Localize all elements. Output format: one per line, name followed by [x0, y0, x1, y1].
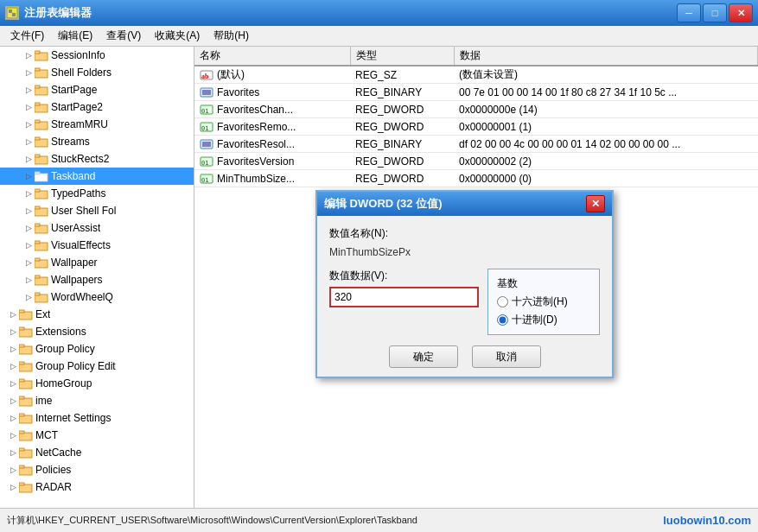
svg-rect-22 [35, 206, 40, 209]
col-data: 数据 [454, 47, 758, 66]
tree-item[interactable]: ▷ StuckRects2 [0, 150, 194, 168]
cell-data: 0x00000000 (0) [454, 170, 758, 187]
svg-rect-46 [19, 414, 24, 416]
tree-item[interactable]: ▷ UserAssist [0, 219, 194, 237]
expand-arrow-icon: ▷ [22, 206, 35, 215]
tree-item[interactable]: ▷ Ext [0, 306, 194, 323]
table-row[interactable]: FavoritesResol... REG_BINARY df 02 00 00… [194, 136, 758, 153]
base-group: 基数 十六进制(H) 十进制(D) [487, 269, 600, 335]
cell-type: REG_DWORD [350, 118, 454, 136]
tree-item-label: HomeGroup [35, 377, 92, 390]
cell-type: REG_SZ [350, 66, 454, 84]
table-row[interactable]: ab (默认) REG_SZ (数值未设置) [194, 66, 758, 84]
folder-icon [19, 429, 33, 441]
tree-item[interactable]: ▷ Wallpaper [0, 254, 194, 271]
svg-rect-30 [35, 276, 40, 278]
folder-icon [35, 136, 48, 148]
tree-item[interactable]: ▷ ime [0, 392, 194, 409]
close-button[interactable]: ✕ [729, 3, 753, 22]
svg-rect-52 [19, 466, 24, 468]
table-row[interactable]: Favorites REG_BINARY 00 7e 01 00 00 14 0… [194, 84, 758, 101]
expand-arrow-icon: ▷ [22, 51, 35, 60]
tree-item[interactable]: ▷ HomeGroup [0, 375, 194, 392]
folder-icon [19, 308, 33, 320]
tree-item-label: StuckRects2 [51, 153, 109, 165]
svg-rect-38 [19, 345, 24, 347]
tree-item-label: StartPage2 [51, 101, 103, 113]
menu-edit[interactable]: 编辑(E) [51, 27, 99, 45]
expand-arrow-icon: ▷ [7, 310, 19, 319]
folder-icon [35, 101, 48, 113]
cancel-button[interactable]: 取消 [472, 345, 541, 368]
expand-arrow-icon: ▷ [22, 189, 35, 198]
tree-item[interactable]: ▷ StreamMRU [0, 116, 194, 133]
maximize-button[interactable]: □ [703, 3, 727, 22]
table-row[interactable]: 01 FavoritesVersion REG_DWORD 0x00000002… [194, 153, 758, 170]
tree-item[interactable]: ▷ User Shell Fol [0, 202, 194, 219]
svg-rect-14 [35, 137, 40, 140]
menu-favorites[interactable]: 收藏夹(A) [148, 27, 207, 45]
tree-item[interactable]: ▷ Extensions [0, 323, 194, 340]
cell-name: Favorites [194, 84, 350, 101]
svg-text:01: 01 [201, 160, 208, 167]
tree-item[interactable]: ▷ Group Policy Edit [0, 358, 194, 375]
tree-item[interactable]: ▷ Group Policy [0, 340, 194, 358]
cell-data: 00 7e 01 00 00 14 00 1f 80 c8 27 34 1f 1… [454, 84, 758, 101]
dec-label: 十进制(D) [512, 313, 557, 327]
tree-item[interactable]: ▷ TypedPaths [0, 185, 194, 202]
app-icon [5, 6, 19, 20]
name-text: FavoritesRemo... [217, 121, 296, 133]
dialog-close-button[interactable]: ✕ [586, 195, 605, 212]
hex-radio[interactable] [497, 296, 508, 307]
tree-item[interactable]: ▷ RADAR [0, 478, 194, 496]
menu-view[interactable]: 查看(V) [99, 27, 148, 45]
name-text: (默认) [217, 67, 245, 82]
tree-item[interactable]: ▷ SessionInfo [0, 47, 194, 64]
folder-icon [19, 360, 33, 372]
menu-file[interactable]: 文件(F) [3, 27, 51, 45]
tree-item[interactable]: ▷ Policies [0, 461, 194, 478]
cell-data: 0x0000000e (14) [454, 101, 758, 118]
table-row[interactable]: 01 MinThumbSize... REG_DWORD 0x00000000 … [194, 170, 758, 187]
svg-rect-42 [19, 379, 24, 382]
svg-rect-34 [19, 310, 24, 313]
cell-data: df 02 00 00 4c 00 00 00 01 14 02 00 00 0… [454, 136, 758, 153]
folder-icon [35, 205, 48, 217]
table-row[interactable]: 01 FavoritesRemo... REG_DWORD 0x00000001… [194, 118, 758, 136]
expand-arrow-icon: ▷ [22, 293, 35, 301]
ok-button[interactable]: 确定 [389, 345, 458, 368]
tree-item[interactable]: ▷ WordWheelQ [0, 288, 194, 306]
tree-item-label: Shell Folders [51, 66, 111, 79]
tree-item[interactable]: ▷ StartPage2 [0, 98, 194, 116]
folder-icon [35, 84, 48, 96]
dec-radio[interactable] [497, 314, 508, 326]
table-row[interactable]: 01 FavoritesChan... REG_DWORD 0x0000000e… [194, 101, 758, 118]
tree-item[interactable]: ▷ Taskband [0, 168, 194, 185]
cell-type: REG_DWORD [350, 101, 454, 118]
tree-item[interactable]: ▷ VisualEffects [0, 237, 194, 254]
hex-label: 十六进制(H) [512, 294, 568, 309]
data-input[interactable] [329, 287, 479, 307]
dialog-left: 数值数据(V): [329, 269, 479, 307]
folder-icon [19, 464, 33, 476]
minimize-button[interactable]: ─ [677, 3, 701, 22]
svg-rect-32 [35, 293, 40, 295]
svg-rect-4 [35, 51, 40, 54]
expand-arrow-icon: ▷ [7, 345, 19, 353]
name-text: FavoritesVersion [217, 155, 294, 168]
tree-item[interactable]: ▷ Shell Folders [0, 64, 194, 81]
tree-item[interactable]: ▷ Wallpapers [0, 271, 194, 288]
tree-item[interactable]: ▷ MCT [0, 427, 194, 444]
reg-icon: 01 [200, 173, 213, 185]
tree-item[interactable]: ▷ Internet Settings [0, 409, 194, 427]
cell-type: REG_DWORD [350, 170, 454, 187]
svg-rect-36 [19, 327, 24, 330]
radio-group: 十六进制(H) 十进制(D) [497, 294, 590, 327]
tree-item[interactable]: ▷ StartPage [0, 81, 194, 98]
menu-help[interactable]: 帮助(H) [207, 27, 256, 45]
dec-radio-label[interactable]: 十进制(D) [497, 313, 590, 327]
expand-arrow-icon: ▷ [22, 68, 35, 77]
tree-item[interactable]: ▷ NetCache [0, 444, 194, 461]
hex-radio-label[interactable]: 十六进制(H) [497, 294, 590, 309]
tree-item[interactable]: ▷ Streams [0, 133, 194, 150]
